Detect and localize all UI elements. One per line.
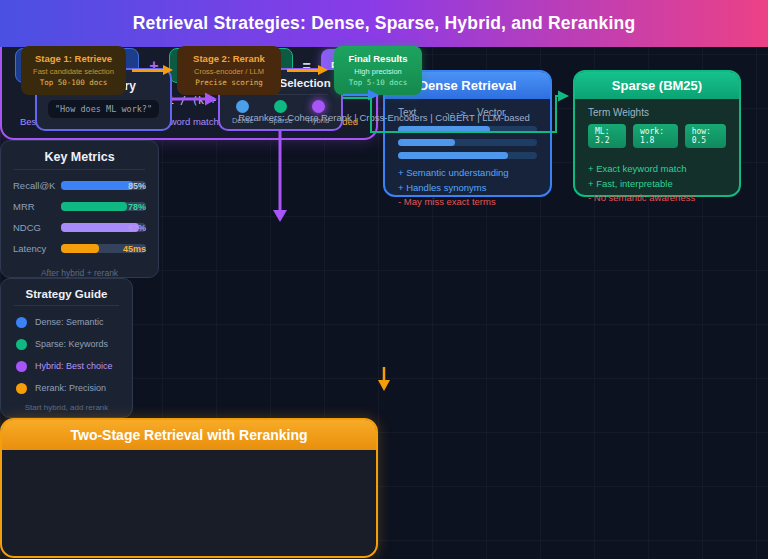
stage2-title: Stage 2: Rerank — [177, 53, 281, 64]
guide-item: Rerank: Precision — [16, 377, 132, 399]
sparse-points: + Exact keyword match + Fast, interpreta… — [588, 162, 726, 206]
key-metrics-title: Key Metrics — [1, 150, 158, 164]
strategy-guide-title: Strategy Guide — [1, 288, 132, 300]
divider — [14, 169, 145, 170]
metric-rows: Recall@K 85% MRR 78% NDCG 92% Latency 45… — [1, 175, 158, 259]
con-point: - No semantic awareness — [588, 191, 726, 206]
guide-item: Hybrid: Best choice — [16, 355, 132, 377]
pro-point: + Fast, interpretable — [588, 177, 726, 192]
stage1-line2: Top 50-100 docs — [21, 78, 126, 87]
arrow-stage2-to-final — [287, 69, 319, 72]
title-bar: Retrieval Strategies: Dense, Sparse, Hyb… — [0, 0, 768, 47]
hybrid-dot-icon — [16, 361, 27, 372]
con-point: - May miss exact terms — [398, 195, 537, 210]
strategy-guide-panel: Strategy Guide Dense: Semantic Sparse: K… — [0, 278, 133, 418]
stage1-retrieve-box: Stage 1: Retrieve Fast candidate selecti… — [21, 46, 126, 95]
final-results-box: Final Results High precision Top 5-10 do… — [334, 46, 422, 95]
retrieval-strategies-diagram: Retrieval Strategies: Dense, Sparse, Hyb… — [0, 0, 768, 559]
metric-row-latency: Latency 45ms — [1, 238, 158, 259]
sparse-bm25-panel: Sparse (BM25) Term Weights ML: 3.2 work:… — [573, 70, 741, 197]
sparse-bm25-header: Sparse (BM25) — [575, 72, 739, 99]
arrow-strategy-to-hybrid — [273, 131, 287, 222]
stage1-line1: Fast candidate selection — [21, 67, 126, 76]
two-stage-header: Two-Stage Retrieval with Reranking — [2, 420, 376, 450]
guide-item: Dense: Semantic — [16, 311, 132, 333]
vector-bar — [398, 126, 537, 133]
strategy-guide-footer: Start hybrid, add rerank — [1, 403, 132, 412]
pro-point: + Exact keyword match — [588, 162, 726, 177]
final-results-line2: Top 5-10 docs — [334, 78, 422, 87]
final-results-title: Final Results — [334, 53, 422, 64]
key-metrics-footer: After hybrid + rerank — [1, 268, 158, 278]
vector-bars — [398, 126, 537, 159]
rerankers-footer: Rerankers: Cohere Rerank | Cross-Encoder… — [0, 112, 768, 123]
divider — [14, 305, 119, 306]
stage1-title: Stage 1: Retrieve — [21, 53, 126, 64]
term-weight-chips: ML: 3.2 work: 1.8 how: 0.5 — [588, 124, 726, 148]
term-chip: how: 0.5 — [685, 124, 726, 148]
sparse-dot-icon — [16, 339, 27, 350]
pro-point: + Handles synonyms — [398, 181, 537, 196]
dense-dot-icon — [16, 317, 27, 328]
term-chip: work: 1.8 — [633, 124, 678, 148]
guide-items: Dense: Semantic Sparse: Keywords Hybrid:… — [1, 311, 132, 399]
arrow-hybrid-to-twostage — [378, 367, 390, 391]
stage2-line2: Precise scoring — [177, 78, 281, 87]
term-chip: ML: 3.2 — [588, 124, 626, 148]
metric-row-ndcg: NDCG 92% — [1, 217, 158, 238]
dense-points: + Semantic understanding + Handles synon… — [398, 166, 537, 210]
metric-row-mrr: MRR 78% — [1, 196, 158, 217]
stage2-line1: Cross-encoder / LLM — [177, 67, 281, 76]
stage2-rerank-box: Stage 2: Rerank Cross-encoder / LLM Prec… — [177, 46, 281, 95]
vector-bar — [398, 152, 537, 159]
vector-bar — [398, 139, 537, 146]
guide-item: Sparse: Keywords — [16, 333, 132, 355]
pro-point: + Semantic understanding — [398, 166, 537, 181]
final-results-line1: High precision — [334, 67, 422, 76]
key-metrics-panel: Key Metrics Recall@K 85% MRR 78% NDCG 92… — [0, 140, 159, 278]
arrow-stage1-to-stage2 — [132, 69, 164, 72]
rerank-dot-icon — [16, 383, 27, 394]
two-stage-reranking-panel: Two-Stage Retrieval with Reranking Stage… — [0, 418, 378, 558]
metric-row-recall: Recall@K 85% — [1, 175, 158, 196]
page-title: Retrieval Strategies: Dense, Sparse, Hyb… — [133, 13, 636, 34]
